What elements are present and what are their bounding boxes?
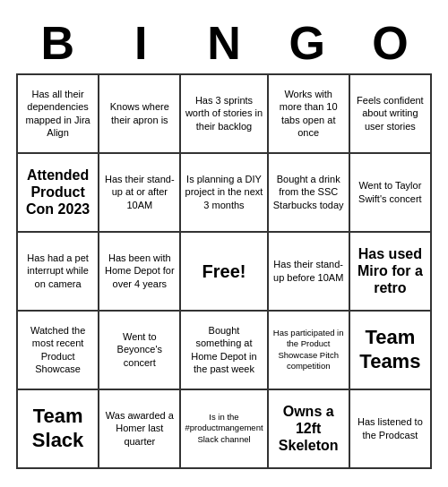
bingo-grid: Has all their dependencies mapped in Jir… — [16, 73, 432, 469]
bingo-cell-text-10: Has had a pet interrupt while on camera — [22, 252, 94, 290]
bingo-cell-text-0: Has all their dependencies mapped in Jir… — [22, 88, 94, 139]
bingo-cell-text-9: Went to Taylor Swift's concert — [354, 179, 426, 205]
header-letter-g: G — [268, 18, 347, 69]
bingo-cell-6[interactable]: Has their stand-up at or after 10AM — [99, 154, 181, 233]
bingo-cell-text-6: Has their stand-up at or after 10AM — [103, 173, 176, 211]
bingo-cell-14[interactable]: Has used Miro for a retro — [350, 233, 432, 312]
bingo-cell-text-20: Team Slack — [22, 405, 94, 452]
header-letter-o: O — [351, 18, 430, 69]
bingo-cell-0[interactable]: Has all their dependencies mapped in Jir… — [18, 75, 99, 154]
bingo-cell-24[interactable]: Has listened to the Prodcast — [350, 390, 432, 469]
bingo-cell-text-1: Knows where their apron is — [103, 100, 176, 126]
header-letter-i: I — [101, 18, 180, 69]
bingo-cell-16[interactable]: Went to Beyonce's concert — [99, 312, 181, 390]
bingo-cell-18[interactable]: Has participated in the Product Showcase… — [269, 312, 350, 390]
bingo-cell-2[interactable]: Has 3 sprints worth of stories in their … — [181, 75, 268, 154]
bingo-cell-5[interactable]: Attended Product Con 2023 — [18, 154, 99, 233]
bingo-card: BINGO Has all their dependencies mapped … — [9, 11, 439, 475]
bingo-cell-text-22: Is in the #productmangement Slack channe… — [185, 412, 263, 445]
header-letter-b: B — [18, 18, 97, 69]
bingo-cell-21[interactable]: Was awarded a Homer last quarter — [99, 390, 181, 469]
bingo-cell-10[interactable]: Has had a pet interrupt while on camera — [18, 233, 99, 312]
bingo-cell-22[interactable]: Is in the #productmangement Slack channe… — [181, 390, 268, 469]
bingo-cell-17[interactable]: Bought something at Home Depot in the pa… — [181, 312, 268, 390]
bingo-cell-text-24: Has listened to the Prodcast — [354, 415, 426, 441]
bingo-cell-19[interactable]: Team Teams — [350, 312, 432, 390]
bingo-cell-23[interactable]: Owns a 12ft Skeleton — [269, 390, 350, 469]
bingo-cell-text-11: Has been with Home Depot for over 4 year… — [103, 252, 176, 290]
bingo-cell-13[interactable]: Has their stand-up before 10AM — [269, 233, 350, 312]
bingo-cell-text-17: Bought something at Home Depot in the pa… — [185, 324, 263, 375]
bingo-cell-text-12: Free! — [202, 260, 246, 283]
bingo-cell-text-3: Works with more than 10 tabs open at onc… — [272, 88, 345, 139]
bingo-cell-text-15: Watched the most recent Product Showcase — [22, 324, 94, 375]
bingo-cell-text-19: Team Teams — [354, 326, 426, 373]
bingo-cell-15[interactable]: Watched the most recent Product Showcase — [18, 312, 99, 390]
bingo-cell-9[interactable]: Went to Taylor Swift's concert — [350, 154, 432, 233]
bingo-cell-12[interactable]: Free! — [181, 233, 268, 312]
bingo-cell-text-7: Is planning a DIY project in the next 3 … — [185, 173, 263, 211]
bingo-cell-text-21: Was awarded a Homer last quarter — [103, 409, 176, 448]
bingo-cell-8[interactable]: Bought a drink from the SSC Starbucks to… — [269, 154, 350, 233]
bingo-cell-text-2: Has 3 sprints worth of stories in their … — [185, 94, 263, 132]
bingo-cell-text-8: Bought a drink from the SSC Starbucks to… — [272, 173, 345, 211]
header-letter-n: N — [185, 18, 263, 69]
bingo-cell-11[interactable]: Has been with Home Depot for over 4 year… — [99, 233, 181, 312]
bingo-cell-7[interactable]: Is planning a DIY project in the next 3 … — [181, 154, 268, 233]
bingo-cell-4[interactable]: Feels confident about writing user stori… — [350, 75, 432, 154]
bingo-cell-text-18: Has participated in the Product Showcase… — [272, 328, 345, 372]
bingo-cell-1[interactable]: Knows where their apron is — [99, 75, 181, 154]
bingo-cell-text-5: Attended Product Con 2023 — [22, 167, 94, 218]
bingo-header: BINGO — [16, 18, 432, 69]
bingo-cell-3[interactable]: Works with more than 10 tabs open at onc… — [269, 75, 350, 154]
bingo-cell-text-4: Feels confident about writing user stori… — [354, 94, 426, 132]
bingo-cell-text-16: Went to Beyonce's concert — [103, 330, 176, 369]
bingo-cell-text-14: Has used Miro for a retro — [354, 245, 426, 297]
bingo-cell-20[interactable]: Team Slack — [18, 390, 99, 469]
bingo-cell-text-13: Has their stand-up before 10AM — [272, 258, 345, 284]
bingo-cell-text-23: Owns a 12ft Skeleton — [272, 403, 345, 455]
